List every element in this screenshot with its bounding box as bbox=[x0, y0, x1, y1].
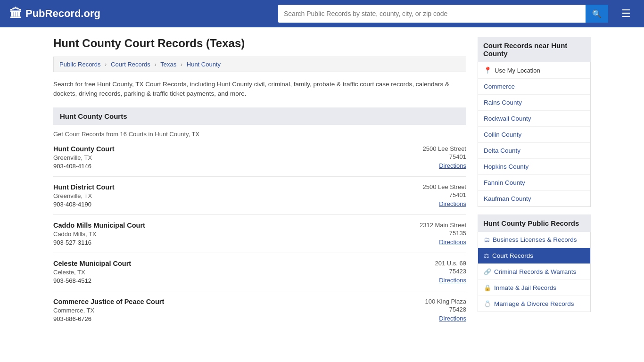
sidebar-item-label: Commerce bbox=[484, 83, 515, 90]
sidebar-item-label: Use My Location bbox=[495, 67, 540, 74]
court-zip: 75423 bbox=[435, 268, 467, 275]
court-name: Hunt District Court bbox=[53, 183, 115, 191]
directions-link[interactable]: Directions bbox=[425, 315, 466, 322]
court-zip: 75401 bbox=[422, 191, 466, 198]
sidebar-item-label: Inmate & Jail Records bbox=[494, 284, 556, 291]
logo-text: PubRecord.org bbox=[25, 8, 100, 20]
court-info: Hunt County Court Greenville, TX 903-408… bbox=[53, 145, 115, 170]
site-logo[interactable]: 🏛 PubRecord.org bbox=[9, 7, 100, 21]
court-location: Caddo Mills, TX bbox=[53, 230, 145, 238]
sidebar-item-fannin-county[interactable]: Fannin County bbox=[478, 175, 590, 191]
sidebar-item-use-my-location[interactable]: 📍 Use My Location bbox=[478, 62, 590, 79]
scales-icon: ⚖ bbox=[484, 252, 489, 259]
sidebar-item-label: Collin County bbox=[484, 131, 521, 138]
court-street: 2312 Main Street bbox=[420, 222, 466, 229]
location-pin-icon: 📍 bbox=[484, 66, 492, 74]
sidebar-item-hopkins-county[interactable]: Hopkins County bbox=[478, 159, 590, 175]
court-address: 201 U.s. 69 75423 Directions bbox=[435, 260, 467, 284]
sidebar-item-label: Delta County bbox=[484, 147, 520, 154]
sidebar-item-collin-county[interactable]: Collin County bbox=[478, 127, 590, 143]
content-area: Hunt County Court Records (Texas) Public… bbox=[53, 37, 466, 336]
court-street: 100 King Plaza bbox=[425, 298, 466, 305]
sidebar-item-court-records[interactable]: ⚖ Court Records bbox=[478, 248, 590, 264]
nearby-section: Court Records near Hunt County 📍 Use My … bbox=[478, 37, 591, 207]
breadcrumb-hunt-county[interactable]: Hunt County bbox=[187, 61, 221, 68]
court-street: 2500 Lee Street bbox=[422, 183, 466, 190]
search-input[interactable] bbox=[278, 5, 586, 23]
court-info: Hunt District Court Greenville, TX 903-4… bbox=[53, 183, 115, 208]
court-info: Commerce Justice of Peace Court Commerce… bbox=[53, 298, 164, 322]
sidebar-item-label: Criminal Records & Warrants bbox=[494, 268, 576, 275]
section-header: Hunt County Courts bbox=[53, 107, 466, 125]
sidebar-item-label: Hopkins County bbox=[484, 163, 528, 170]
sidebar-item-kaufman-county[interactable]: Kaufman County bbox=[478, 191, 590, 206]
court-address: 2500 Lee Street 75401 Directions bbox=[422, 183, 466, 207]
sidebar-item-label: Marriage & Divorce Records bbox=[494, 300, 574, 307]
sidebar-item-delta-county[interactable]: Delta County bbox=[478, 143, 590, 159]
directions-link[interactable]: Directions bbox=[422, 200, 466, 207]
sidebar-item-label: Court Records bbox=[492, 252, 533, 259]
court-street: 2500 Lee Street bbox=[422, 145, 466, 152]
sidebar-item-rockwall-county[interactable]: Rockwall County bbox=[478, 111, 590, 127]
sidebar: Court Records near Hunt County 📍 Use My … bbox=[478, 37, 591, 336]
court-phone: 903-408-4190 bbox=[53, 201, 115, 208]
breadcrumb-texas[interactable]: Texas bbox=[160, 61, 176, 68]
breadcrumb-public-records[interactable]: Public Records bbox=[59, 61, 100, 68]
court-zip: 75428 bbox=[425, 306, 466, 313]
page-description: Search for free Hunt County, TX Court Re… bbox=[53, 80, 466, 99]
search-button[interactable]: 🔍 bbox=[586, 5, 608, 23]
sidebar-item-inmate-records[interactable]: 🔒 Inmate & Jail Records bbox=[478, 280, 590, 296]
page-title: Hunt County Court Records (Texas) bbox=[53, 37, 466, 50]
public-records-section-title: Hunt County Public Records bbox=[478, 214, 591, 232]
court-phone: 903-568-4512 bbox=[53, 277, 131, 284]
directions-link[interactable]: Directions bbox=[420, 239, 466, 246]
court-location: Celeste, TX bbox=[53, 269, 131, 276]
table-row: Hunt County Court Greenville, TX 903-408… bbox=[53, 145, 466, 177]
search-area: 🔍 bbox=[278, 5, 608, 23]
breadcrumb-court-records[interactable]: Court Records bbox=[111, 61, 150, 68]
court-address: 2500 Lee Street 75401 Directions bbox=[422, 145, 466, 169]
link-icon: 🔗 bbox=[484, 268, 491, 275]
court-name: Hunt County Court bbox=[53, 145, 115, 153]
sidebar-item-label: Kaufman County bbox=[484, 195, 531, 202]
public-records-section: Hunt County Public Records 🗂 Business Li… bbox=[478, 214, 591, 312]
court-name: Commerce Justice of Peace Court bbox=[53, 298, 164, 305]
menu-button[interactable]: ☰ bbox=[618, 7, 635, 21]
court-address: 100 King Plaza 75428 Directions bbox=[425, 298, 466, 322]
court-address: 2312 Main Street 75135 Directions bbox=[420, 222, 466, 246]
building-icon: 🏛 bbox=[9, 7, 22, 21]
lock-icon: 🔒 bbox=[484, 284, 491, 291]
court-info: Caddo Mills Municipal Court Caddo Mills,… bbox=[53, 222, 145, 246]
section-subtext: Get Court Records from 16 Courts in Hunt… bbox=[53, 131, 466, 138]
court-phone: 903-408-4146 bbox=[53, 163, 115, 170]
sidebar-item-label: Rains County bbox=[484, 99, 522, 106]
court-location: Greenville, TX bbox=[53, 192, 115, 199]
court-name: Celeste Municipal Court bbox=[53, 260, 131, 267]
sidebar-item-commerce[interactable]: Commerce bbox=[478, 79, 590, 95]
breadcrumb: Public Records › Court Records › Texas ›… bbox=[53, 57, 466, 72]
table-row: Caddo Mills Municipal Court Caddo Mills,… bbox=[53, 222, 466, 253]
court-zip: 75401 bbox=[422, 153, 466, 160]
court-zip: 75135 bbox=[420, 230, 466, 237]
court-phone: 903-527-3116 bbox=[53, 239, 145, 246]
sidebar-item-label: Rockwall County bbox=[484, 115, 531, 122]
ring-icon: 💍 bbox=[484, 300, 491, 307]
court-phone: 903-886-6726 bbox=[53, 315, 164, 322]
table-row: Hunt District Court Greenville, TX 903-4… bbox=[53, 183, 466, 215]
directions-link[interactable]: Directions bbox=[435, 277, 467, 284]
table-row: Commerce Justice of Peace Court Commerce… bbox=[53, 298, 466, 329]
court-street: 201 U.s. 69 bbox=[435, 260, 467, 267]
sidebar-item-label: Business Licenses & Records bbox=[493, 236, 577, 243]
court-location: Greenville, TX bbox=[53, 154, 115, 161]
sidebar-item-rains-county[interactable]: Rains County bbox=[478, 95, 590, 111]
directions-link[interactable]: Directions bbox=[422, 162, 466, 169]
court-info: Celeste Municipal Court Celeste, TX 903-… bbox=[53, 260, 131, 284]
court-name: Caddo Mills Municipal Court bbox=[53, 222, 145, 229]
briefcase-icon: 🗂 bbox=[484, 236, 490, 243]
sidebar-item-criminal-records[interactable]: 🔗 Criminal Records & Warrants bbox=[478, 264, 590, 280]
courts-list: Hunt County Court Greenville, TX 903-408… bbox=[53, 145, 466, 329]
sidebar-item-business-licenses[interactable]: 🗂 Business Licenses & Records bbox=[478, 232, 590, 248]
sidebar-item-marriage-divorce[interactable]: 💍 Marriage & Divorce Records bbox=[478, 296, 590, 312]
court-location: Commerce, TX bbox=[53, 307, 164, 314]
site-header: 🏛 PubRecord.org 🔍 ☰ bbox=[0, 0, 644, 27]
